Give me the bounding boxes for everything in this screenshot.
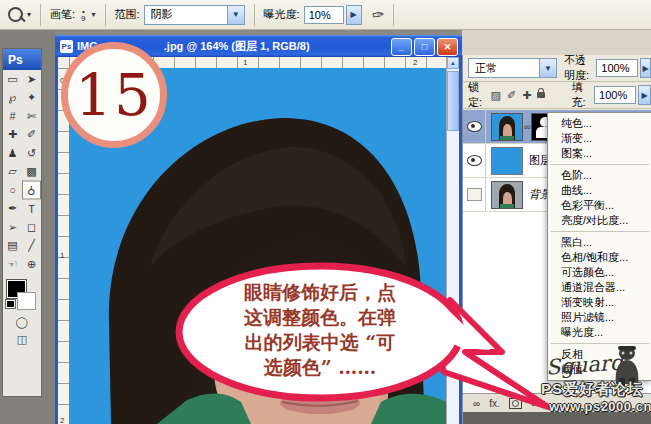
brush-tool[interactable]: ✐ [22,126,41,145]
visibility-toggle[interactable] [463,110,486,143]
range-label: 范围: [115,7,140,22]
menu-item-solid-color[interactable]: 纯色... [548,116,651,131]
dodge-tool-selected[interactable]: ⚲ [22,181,41,200]
slice-tool[interactable]: ✄ [22,107,41,126]
eraser-tool[interactable]: ▱ [3,163,22,182]
bubble-line: 眼睛修饰好后，点 [190,280,450,305]
lock-row: 锁定: ▨ ✐ ✚ 填充: 100% ▶ [463,82,651,109]
color-swatches [3,278,41,314]
zoom-tool[interactable]: ⊕ [22,255,41,274]
hand-tool[interactable]: ☜ [3,255,22,274]
menu-item-selective-color[interactable]: 可选颜色... [548,265,651,280]
layer1-thumbnail[interactable] [491,113,523,141]
document-file-icon: Ps [60,40,73,53]
app-background-topright [462,30,651,55]
menu-item-black-white[interactable]: 黑白... [548,235,651,250]
eyedropper-tool[interactable]: ╱ [22,237,41,256]
quick-mask-button[interactable]: ◯ [3,314,41,331]
history-brush-tool[interactable]: ↺ [22,144,41,163]
menu-item-gradient[interactable]: 渐变... [548,131,651,146]
separator [254,4,255,26]
lock-position-icon[interactable]: ✚ [522,89,531,102]
maximize-button[interactable]: □ [414,38,435,56]
menu-item-brightness-contrast[interactable]: 亮度/对比度... [548,213,651,228]
separator [393,4,394,26]
fill-label: 填充: [571,80,591,110]
photoshop-window: ▾ 画笔: •9 ▾ 范围: 阴影 ▼ 曝光度: 10% ▶ ✑ Ps ▭ ➤ … [0,0,651,424]
move-tool[interactable]: ➤ [22,70,41,89]
tool-preset-chevron-icon[interactable]: ▾ [27,10,31,19]
ruler-top-number: 2 [413,58,417,67]
magic-wand-tool[interactable]: ✦ [22,89,41,108]
watermark-url: www.ps2000.cn [549,399,651,414]
background-thumbnail[interactable] [491,181,523,209]
scrollbar-thumb[interactable] [447,71,459,131]
range-dropdown-icon[interactable]: ▼ [227,6,244,24]
minimize-button[interactable]: _ [391,38,412,56]
shape-tool[interactable]: ◻ [22,218,41,237]
blend-mode-select[interactable]: 正常 ▼ [468,58,557,78]
brush-size-value: 9 [81,15,85,22]
menu-item-curves[interactable]: 曲线... [548,183,651,198]
exposure-input[interactable]: 10% [304,6,344,24]
eye-empty-box [467,188,482,201]
lock-pixels-icon[interactable]: ✐ [507,89,516,102]
brush-size-preview[interactable]: •9 [81,8,85,22]
blend-mode-row: 正常 ▼ 不透明度: 100% ▶ [463,55,651,82]
pen-tool[interactable]: ✒ [3,200,22,219]
menu-item-pattern[interactable]: 图案... [548,146,651,161]
ruler-left-number: 1 [60,251,64,260]
notes-tool[interactable]: ▤ [3,237,22,256]
menu-item-exposure[interactable]: 曝光度... [548,325,651,340]
scroll-up-icon[interactable]: ▲ [447,57,459,69]
gradient-tool[interactable]: ▩ [22,163,41,182]
lock-all-icon[interactable] [537,92,545,98]
range-select[interactable]: 阴影 ▼ [144,5,245,25]
step-number: 15 [75,61,153,129]
opacity-input[interactable]: 100% [596,59,638,77]
screen-mode-button[interactable]: ◫ [3,331,41,348]
menu-item-color-balance[interactable]: 色彩平衡... [548,198,651,213]
toolbox: Ps ▭ ➤ ℘ ✦ # ✄ ✚ ✐ ♟ ↺ ▱ ▩ ○ ⚲ ✒ T ➢ ◻ ▤… [2,48,42,397]
background-color-swatch[interactable] [17,292,36,310]
brush-chevron-icon[interactable]: ▾ [92,10,96,19]
mask-link-icon: ∞ [524,122,530,132]
blur-tool[interactable]: ○ [3,181,22,200]
ps-logo: Ps [3,49,41,70]
blend-mode-dropdown-icon[interactable]: ▼ [539,59,556,77]
default-colors-icon[interactable] [6,300,15,308]
menu-item-photo-filter[interactable]: 照片滤镜... [548,310,651,325]
document-title-suffix: .jpg @ 164% (图层 1, RGB/8) [164,39,310,54]
crop-tool[interactable]: # [3,107,22,126]
watermark-forum: PS爱好者论坛 [541,380,643,399]
layer2-thumbnail[interactable] [491,147,523,175]
clone-stamp-tool[interactable]: ♟ [3,144,22,163]
range-value: 阴影 [145,7,227,22]
lasso-tool[interactable]: ℘ [3,89,22,108]
brush-label: 画笔: [50,7,75,22]
menu-item-channel-mixer[interactable]: 通道混合器... [548,280,651,295]
path-selection-tool[interactable]: ➢ [3,218,22,237]
bubble-line: 出的列表中选 “可 [190,330,450,355]
rectangular-marquee-tool[interactable]: ▭ [3,70,22,89]
fill-slider-icon[interactable]: ▶ [638,85,651,105]
menu-item-hue-saturation[interactable]: 色相/饱和度... [548,250,651,265]
healing-brush-tool[interactable]: ✚ [3,126,22,145]
tool-options-bar: ▾ 画笔: •9 ▾ 范围: 阴影 ▼ 曝光度: 10% ▶ ✑ [0,0,651,30]
speech-bubble-text: 眼睛修饰好后，点 这调整颜色。在弹 出的列表中选 “可 选颜色” …… [190,280,450,380]
exposure-slider-icon[interactable]: ▶ [346,5,362,25]
close-button[interactable]: ✕ [437,38,458,56]
opacity-slider-icon[interactable]: ▶ [640,58,651,78]
ruler-top-number: 1 [243,58,247,67]
menu-item-gradient-map[interactable]: 渐变映射... [548,295,651,310]
airbrush-icon[interactable]: ✑ [370,5,386,25]
lock-transparency-icon[interactable]: ▨ [491,89,501,102]
exposure-label: 曝光度: [264,7,300,22]
visibility-toggle[interactable] [463,144,486,177]
menu-item-levels[interactable]: 色阶... [548,168,651,183]
fill-input[interactable]: 100% [594,86,636,104]
type-tool[interactable]: T [22,200,41,219]
dodge-tool-icon[interactable] [8,7,23,22]
visibility-toggle[interactable] [463,178,486,211]
menu-separator [551,164,649,165]
